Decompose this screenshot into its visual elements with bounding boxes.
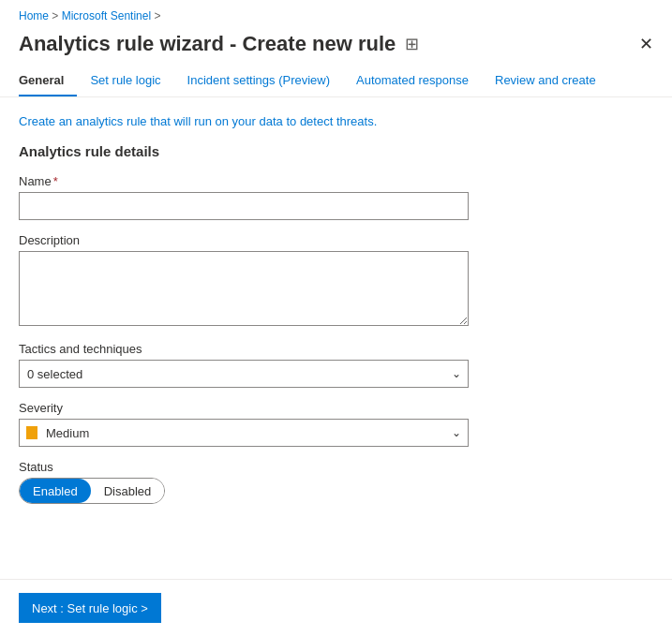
footer: Next : Set rule logic > — [0, 579, 672, 636]
main-content: Create an analytics rule that will run o… — [0, 97, 672, 534]
tab-general[interactable]: General — [19, 66, 77, 96]
description-label: Description — [19, 233, 653, 247]
name-field-group: Name* — [19, 174, 653, 220]
breadcrumb-sentinel[interactable]: Microsoft Sentinel — [62, 9, 151, 22]
next-button[interactable]: Next : Set rule logic > — [19, 593, 161, 623]
name-input[interactable] — [19, 192, 469, 220]
breadcrumb-separator-2: > — [154, 9, 160, 22]
tactics-select-wrapper: 0 selected ⌄ — [19, 360, 469, 388]
status-toggle-group: Enabled Disabled — [19, 478, 165, 504]
severity-select-wrapper: High Medium Low Informational ⌄ — [19, 419, 469, 447]
severity-field-group: Severity High Medium Low Informational ⌄ — [19, 401, 653, 447]
close-icon[interactable]: ✕ — [639, 34, 653, 54]
name-label: Name* — [19, 174, 653, 188]
tactics-field-group: Tactics and techniques 0 selected ⌄ — [19, 342, 653, 388]
window-icon[interactable]: ⊞ — [405, 34, 419, 54]
tab-set-rule-logic[interactable]: Set rule logic — [77, 66, 173, 96]
info-text: Create an analytics rule that will run o… — [19, 114, 653, 128]
breadcrumb-home[interactable]: Home — [19, 9, 49, 22]
status-label: Status — [19, 460, 653, 474]
name-required-indicator: * — [53, 174, 58, 188]
severity-label: Severity — [19, 401, 653, 415]
tab-incident-settings[interactable]: Incident settings (Preview) — [174, 66, 343, 96]
severity-select[interactable]: High Medium Low Informational — [19, 419, 469, 447]
tactics-label: Tactics and techniques — [19, 342, 653, 356]
section-title: Analytics rule details — [19, 143, 653, 159]
breadcrumb: Home > Microsoft Sentinel > — [0, 0, 672, 28]
description-field-group: Description — [19, 233, 653, 329]
status-field-group: Status Enabled Disabled — [19, 460, 653, 504]
tactics-select[interactable]: 0 selected — [19, 360, 469, 388]
breadcrumb-separator-1: > — [52, 9, 61, 22]
page-title: Analytics rule wizard - Create new rule — [19, 32, 396, 56]
title-bar: Analytics rule wizard - Create new rule … — [0, 28, 672, 66]
title-left: Analytics rule wizard - Create new rule … — [19, 32, 419, 56]
status-enabled-button[interactable]: Enabled — [20, 479, 91, 503]
tabs-container: General Set rule logic Incident settings… — [0, 66, 672, 97]
wizard-window: Home > Microsoft Sentinel > Analytics ru… — [0, 0, 672, 636]
tab-automated-response[interactable]: Automated response — [343, 66, 482, 96]
description-input[interactable] — [19, 251, 469, 326]
status-disabled-button[interactable]: Disabled — [91, 479, 165, 503]
tab-review-create[interactable]: Review and create — [482, 66, 609, 96]
